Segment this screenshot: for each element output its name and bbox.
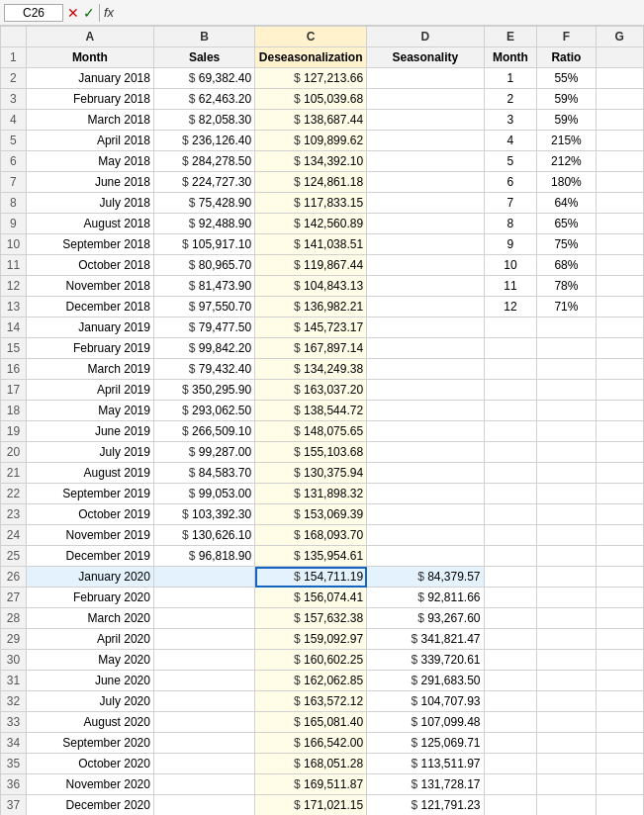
cell-b-3[interactable]: $ 62,463.20 xyxy=(153,89,254,110)
cell-c-23[interactable]: $ 153,069.39 xyxy=(255,504,367,525)
cell-f-20[interactable] xyxy=(537,442,596,463)
cell-f-10[interactable]: 75% xyxy=(537,234,596,255)
cell-e-9[interactable]: 8 xyxy=(484,214,537,234)
cell-a-19[interactable]: June 2019 xyxy=(26,421,153,442)
cell-d-14[interactable] xyxy=(367,317,484,338)
cell-c-8[interactable]: $ 117,833.15 xyxy=(255,193,367,214)
cell-e-10[interactable]: 9 xyxy=(484,234,537,255)
cell-f-31[interactable] xyxy=(537,671,596,691)
cell-d-36[interactable]: $ 131,728.17 xyxy=(367,774,484,795)
cell-b-34[interactable] xyxy=(153,733,254,754)
cell-b-35[interactable] xyxy=(153,754,254,774)
cell-b-13[interactable]: $ 97,550.70 xyxy=(153,297,254,317)
cell-b-26[interactable] xyxy=(153,567,254,588)
cell-b-18[interactable]: $ 293,062.50 xyxy=(153,401,254,421)
cell-a-6[interactable]: May 2018 xyxy=(26,151,153,172)
cell-d-27[interactable]: $ 92,811.66 xyxy=(367,588,484,608)
cell-d-2[interactable] xyxy=(367,68,484,89)
cell-f-19[interactable] xyxy=(537,421,596,442)
cell-a-17[interactable]: April 2019 xyxy=(26,380,153,401)
cell-g-2[interactable] xyxy=(596,68,643,89)
cell-g-30[interactable] xyxy=(596,650,643,671)
cell-g-10[interactable] xyxy=(596,234,643,255)
cell-a-27[interactable]: February 2020 xyxy=(26,588,153,608)
cell-f-15[interactable] xyxy=(537,338,596,359)
cell-g-12[interactable] xyxy=(596,276,643,297)
cell-d-29[interactable]: $ 341,821.47 xyxy=(367,629,484,650)
cell-g-27[interactable] xyxy=(596,588,643,608)
cell-g-9[interactable] xyxy=(596,214,643,234)
cell-f-34[interactable] xyxy=(537,733,596,754)
cell-g-31[interactable] xyxy=(596,671,643,691)
cell-c-12[interactable]: $ 104,843.13 xyxy=(255,276,367,297)
cell-a-18[interactable]: May 2019 xyxy=(26,401,153,421)
cell-e-27[interactable] xyxy=(484,588,537,608)
cell-f-9[interactable]: 65% xyxy=(537,214,596,234)
cell-g-29[interactable] xyxy=(596,629,643,650)
cell-g-3[interactable] xyxy=(596,89,643,110)
cell-a-5[interactable]: April 2018 xyxy=(26,131,153,151)
cell-a-31[interactable]: June 2020 xyxy=(26,671,153,691)
cell-f-13[interactable]: 71% xyxy=(537,297,596,317)
cell-g-6[interactable] xyxy=(596,151,643,172)
cell-b-6[interactable]: $ 284,278.50 xyxy=(153,151,254,172)
cell-c-18[interactable]: $ 138,544.72 xyxy=(255,401,367,421)
cell-b-31[interactable] xyxy=(153,671,254,691)
cell-g-22[interactable] xyxy=(596,484,643,504)
cell-b-24[interactable]: $ 130,626.10 xyxy=(153,525,254,546)
cell-d-7[interactable] xyxy=(367,172,484,193)
cell-e-25[interactable] xyxy=(484,546,537,567)
cell-d-6[interactable] xyxy=(367,151,484,172)
cell-f-24[interactable] xyxy=(537,525,596,546)
cell-a-9[interactable]: August 2018 xyxy=(26,214,153,234)
cell-d-8[interactable] xyxy=(367,193,484,214)
cell-c-24[interactable]: $ 168,093.70 xyxy=(255,525,367,546)
cell-d-21[interactable] xyxy=(367,463,484,484)
cell-e-18[interactable] xyxy=(484,401,537,421)
cell-c-29[interactable]: $ 159,092.97 xyxy=(255,629,367,650)
cell-f-35[interactable] xyxy=(537,754,596,774)
cell-g-24[interactable] xyxy=(596,525,643,546)
cell-c-10[interactable]: $ 141,038.51 xyxy=(255,234,367,255)
cell-f-5[interactable]: 215% xyxy=(537,131,596,151)
cell-f-2[interactable]: 55% xyxy=(537,68,596,89)
cell-e-7[interactable]: 6 xyxy=(484,172,537,193)
cell-e-8[interactable]: 7 xyxy=(484,193,537,214)
cell-d-18[interactable] xyxy=(367,401,484,421)
cell-c-11[interactable]: $ 119,867.44 xyxy=(255,255,367,276)
cell-c-20[interactable]: $ 155,103.68 xyxy=(255,442,367,463)
cell-c-15[interactable]: $ 167,897.14 xyxy=(255,338,367,359)
cell-f-26[interactable] xyxy=(537,567,596,588)
header-cell-c[interactable]: Deseasonalization xyxy=(255,47,367,68)
cell-g-11[interactable] xyxy=(596,255,643,276)
cell-b-32[interactable] xyxy=(153,691,254,712)
cell-c-35[interactable]: $ 168,051.28 xyxy=(255,754,367,774)
cell-e-37[interactable] xyxy=(484,795,537,816)
cell-c-17[interactable]: $ 163,037.20 xyxy=(255,380,367,401)
cell-d-32[interactable]: $ 104,707.93 xyxy=(367,691,484,712)
col-header-e[interactable]: E xyxy=(484,27,537,47)
cell-c-31[interactable]: $ 162,062.85 xyxy=(255,671,367,691)
col-header-f[interactable]: F xyxy=(537,27,596,47)
cell-a-28[interactable]: March 2020 xyxy=(26,608,153,629)
cell-f-23[interactable] xyxy=(537,504,596,525)
cell-f-16[interactable] xyxy=(537,359,596,380)
cell-a-25[interactable]: December 2019 xyxy=(26,546,153,567)
cell-d-11[interactable] xyxy=(367,255,484,276)
cell-d-30[interactable]: $ 339,720.61 xyxy=(367,650,484,671)
cell-b-14[interactable]: $ 79,477.50 xyxy=(153,317,254,338)
cell-d-23[interactable] xyxy=(367,504,484,525)
cell-e-22[interactable] xyxy=(484,484,537,504)
cell-e-21[interactable] xyxy=(484,463,537,484)
cell-a-29[interactable]: April 2020 xyxy=(26,629,153,650)
cell-b-33[interactable] xyxy=(153,712,254,733)
cell-a-10[interactable]: September 2018 xyxy=(26,234,153,255)
cell-c-28[interactable]: $ 157,632.38 xyxy=(255,608,367,629)
cell-a-15[interactable]: February 2019 xyxy=(26,338,153,359)
cell-f-33[interactable] xyxy=(537,712,596,733)
cell-d-9[interactable] xyxy=(367,214,484,234)
cell-g-15[interactable] xyxy=(596,338,643,359)
cell-e-26[interactable] xyxy=(484,567,537,588)
cell-c-2[interactable]: $ 127,213.66 xyxy=(255,68,367,89)
cell-f-25[interactable] xyxy=(537,546,596,567)
